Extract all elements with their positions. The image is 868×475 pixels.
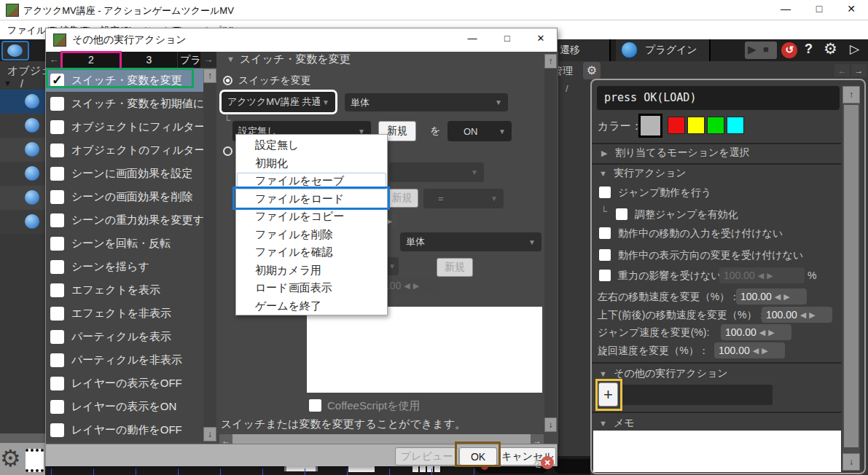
tab-plugin[interactable]: プラグイン [616, 39, 711, 61]
item-checkbox[interactable] [50, 97, 64, 111]
value-spinner[interactable]: 100 ◀ ▶ [380, 278, 439, 294]
tree-collapse-icon[interactable]: ▼ [4, 79, 12, 87]
tab-2[interactable]: 2 [62, 52, 121, 68]
menu-item-save-file[interactable]: ファイルをセーブ [236, 172, 387, 190]
color-swatch-gray[interactable] [638, 114, 662, 138]
exec-collapse-icon[interactable]: ▼ [599, 169, 607, 178]
panel-scrollbar[interactable]: ↑ ↓ [842, 86, 860, 471]
action-name-field[interactable]: press OK(LOAD) [597, 86, 840, 110]
action-list-item[interactable]: シーンを揺らす [46, 255, 203, 278]
gravity-spinner[interactable]: 100.00 ◀ ▶ [719, 267, 805, 283]
action-list-item[interactable]: レイヤーの表示をON [46, 395, 203, 418]
menu-item-check-file[interactable]: ファイルを確認 [236, 243, 387, 262]
scroll-up-icon[interactable]: ↑ [203, 68, 216, 83]
scroll-down-icon[interactable]: ↓ [842, 453, 860, 471]
variable-combo[interactable]: ▼ [389, 162, 484, 182]
item-checkbox[interactable] [50, 260, 64, 274]
exec-header[interactable]: 実行アクション [614, 167, 687, 180]
spin-left-icon[interactable]: ◀ [800, 310, 806, 320]
action-list-item[interactable]: エフェクトを表示 [46, 278, 203, 302]
ok-button[interactable]: OK [459, 447, 497, 466]
item-checkbox[interactable] [50, 330, 64, 344]
section-collapse-icon[interactable]: ▼ [227, 55, 235, 63]
preview-button[interactable]: プレビュー [395, 447, 458, 466]
menu-item-quit-game[interactable]: ゲームを終了 [236, 297, 387, 315]
action-list-item[interactable]: シーンを回転・反転 [46, 232, 203, 255]
object-row[interactable] [0, 210, 45, 234]
unit-combo-2[interactable]: 単体▼ [400, 232, 541, 251]
speed-ud-spinner[interactable]: 100.00 ◀ ▶ [762, 307, 832, 323]
object-row[interactable] [0, 162, 45, 186]
color-swatch-red[interactable] [668, 117, 685, 134]
tab-prev-icon[interactable]: ← [46, 52, 62, 68]
spin-left-icon[interactable]: ◀ [753, 346, 759, 356]
color-swatch-green[interactable] [707, 117, 724, 134]
dialog-close-button[interactable]: ✕ [530, 33, 552, 47]
stop-icon[interactable]: ■ [763, 44, 769, 55]
v-scrollbar[interactable]: ↑ ↓ [544, 54, 557, 432]
object-row-selected[interactable] [0, 90, 45, 114]
scroll-up-icon[interactable]: ↑ [544, 54, 557, 68]
list-scrollbar[interactable]: ↑ ↓ [203, 68, 216, 441]
spin-right-icon[interactable]: ▶ [768, 328, 774, 337]
item-checkbox[interactable] [50, 283, 64, 297]
item-checkbox[interactable] [50, 190, 64, 204]
item-checkbox[interactable] [50, 423, 64, 437]
action-list-item[interactable]: シーンの画面効果を削除 [46, 185, 203, 208]
gear-icon[interactable]: ⚙ [0, 444, 21, 472]
item-checkbox[interactable] [50, 237, 64, 251]
spin-right-icon[interactable]: ▶ [762, 346, 767, 356]
other-collapse-icon[interactable]: ▼ [599, 369, 607, 378]
object-row[interactable] [0, 138, 45, 162]
no-gravity-checkbox[interactable] [599, 270, 611, 281]
nav-back-icon[interactable]: ← [834, 64, 850, 77]
no-direction-change-checkbox[interactable] [599, 249, 611, 261]
motion-header[interactable]: 割り当てるモーションを選択 [615, 146, 750, 160]
unit-combo[interactable]: 単体▼ [345, 93, 508, 111]
action-list-item[interactable]: パーティクルを非表示 [46, 348, 203, 372]
action-list-item[interactable]: レイヤーの表示をOFF [46, 372, 203, 395]
action-list-item[interactable]: レイヤーの動作をOFF [46, 418, 203, 441]
settings-gear-icon[interactable]: ⚙ [824, 40, 837, 58]
tab-plugin[interactable]: プラグイン [178, 52, 200, 68]
scene-tool-tab[interactable] [1, 41, 29, 60]
menu-item-copy-file[interactable]: ファイルをコピー [236, 208, 387, 226]
script-textarea[interactable] [307, 307, 542, 393]
spin-left-icon[interactable]: ◀ [775, 292, 781, 302]
menu-item-no-setting[interactable]: 設定無し [236, 136, 387, 154]
spin-left-icon[interactable]: ◀ [404, 281, 410, 291]
operator-combo[interactable]: =▼ [423, 189, 504, 208]
memo-textarea[interactable] [593, 431, 841, 472]
spin-right-icon[interactable]: ▶ [809, 310, 815, 320]
spin-right-icon[interactable]: ▶ [413, 281, 419, 291]
undo-badge-icon[interactable]: ↺ [781, 42, 797, 58]
scroll-thumb[interactable] [844, 105, 859, 447]
color-swatch-yellow[interactable] [687, 117, 705, 134]
film-frame-icon[interactable] [26, 449, 44, 472]
tab-3[interactable]: 3 [121, 52, 178, 68]
jump-speed-spinner[interactable]: 100.00 ◀ ▶ [721, 324, 791, 340]
play-icon[interactable]: ▶ [748, 43, 756, 56]
action-list-item[interactable]: パーティクルを表示 [46, 325, 203, 348]
switch-radio[interactable] [223, 76, 232, 85]
menu-item-initialize[interactable]: 初期化 [236, 154, 387, 173]
spin-right-icon[interactable]: ▶ [783, 292, 789, 302]
new-variable-button[interactable]: 新規 [386, 189, 418, 208]
add-action-button[interactable]: + [598, 382, 618, 407]
menu-item-load-file[interactable]: ファイルをロード [236, 190, 387, 208]
tab-next-icon[interactable]: → [200, 52, 216, 68]
other-exec-header[interactable]: その他の実行アクション [614, 367, 728, 380]
close-badge-icon[interactable]: ✕ [541, 456, 554, 469]
help-icon[interactable]: ? [805, 42, 813, 57]
item-checkbox[interactable] [50, 144, 64, 157]
action-list-item[interactable]: オブジェクトにフィルター効果を [46, 115, 203, 138]
menu-item-delete-file[interactable]: ファイルを削除 [236, 226, 387, 244]
spin-right-icon[interactable]: ▶ [767, 271, 773, 280]
action-list-item[interactable]: シーンの重力効果を変更する [46, 208, 203, 232]
action-list-item[interactable]: スイッチ・変数を初期値に戻す [46, 92, 203, 115]
item-checkbox[interactable] [50, 213, 64, 227]
menu-item-initial-camera[interactable]: 初期カメラ用 [236, 262, 387, 280]
action-list-item[interactable]: エフェクトを非表示 [46, 302, 203, 325]
action-list-item[interactable]: シーンに画面効果を設定 [46, 162, 203, 185]
maximize-button[interactable]: □ [806, 3, 832, 17]
